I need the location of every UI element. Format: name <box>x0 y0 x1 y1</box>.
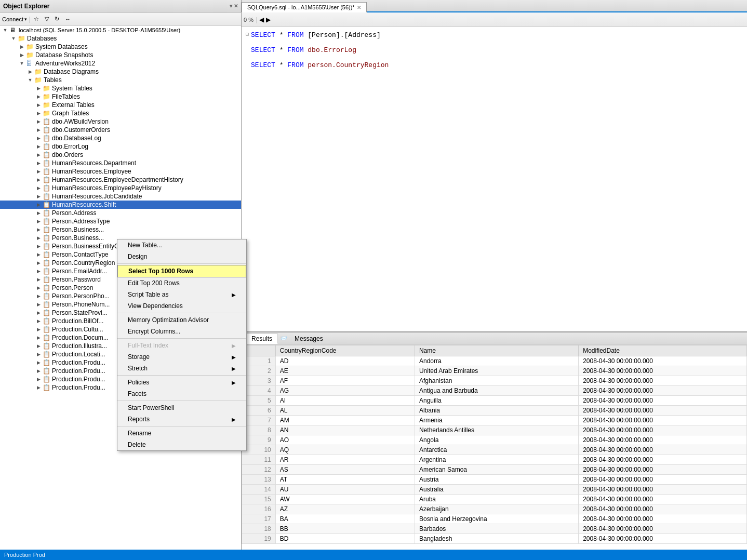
tree-node-server[interactable]: ▼ 🖥 localhost (SQL Server 15.0.2000.5 - … <box>0 26 241 34</box>
tree-node-dbo-customerorders[interactable]: ▶ 📋 dbo.CustomerOrders <box>0 126 241 134</box>
tree-node-dbo-orders[interactable]: ▶ 📋 dbo.Orders <box>0 151 241 159</box>
tree-node-diagrams[interactable]: ▶ 📁 Database Diagrams <box>0 68 241 76</box>
tree-node-databases[interactable]: ▼ 📁 Databases <box>0 34 241 43</box>
expander-external-tables[interactable]: ▶ <box>34 102 43 108</box>
sql-editor-area[interactable]: ⊟ SELECT * FROM [Person].[Address] ⊟ SEL… <box>242 27 747 331</box>
context-script-table[interactable]: Script Table as ▶ <box>117 289 246 300</box>
tree-node-hr-department[interactable]: ▶ 📋 HumanResources.Department <box>0 159 241 167</box>
expander-dbo-orders[interactable]: ▶ <box>34 152 43 157</box>
expander-person-pnum[interactable]: ▶ <box>34 302 43 307</box>
results-tab-messages[interactable]: Messages <box>289 334 328 343</box>
tree-node-hr-shift[interactable]: ▶ 📋 HumanResources.Shift <box>0 201 241 209</box>
filter-button[interactable]: ▽ <box>43 15 51 23</box>
new-query-button[interactable]: ☆ <box>32 15 41 23</box>
context-new-table[interactable]: New Table... <box>117 239 246 251</box>
tree-node-system-tables[interactable]: ▶ 📁 System Tables <box>0 84 241 92</box>
context-policies[interactable]: Policies ▶ <box>117 377 246 388</box>
expander-prod-p3[interactable]: ▶ <box>34 377 43 382</box>
context-storage[interactable]: Storage ▶ <box>117 351 246 363</box>
expander-hr-dept[interactable]: ▶ <box>34 161 43 166</box>
expander-graph-tables[interactable]: ▶ <box>34 111 43 116</box>
expander-filetables[interactable]: ▶ <box>34 94 43 99</box>
expander-person-ct[interactable]: ▶ <box>34 252 43 257</box>
tree-node-person-address[interactable]: ▶ 📋 Person.Address <box>0 209 241 217</box>
expander-person-pphone[interactable]: ▶ <box>34 294 43 299</box>
expander-person-bec[interactable]: ▶ <box>34 244 43 249</box>
toolbar-arrow-left[interactable]: ◀ <box>259 16 264 23</box>
expander-prod-p4[interactable]: ▶ <box>34 385 43 390</box>
context-stretch[interactable]: Stretch ▶ <box>117 363 246 374</box>
refresh-button[interactable]: ↻ <box>52 15 61 23</box>
expander-databases[interactable]: ▼ <box>9 36 18 41</box>
expander-person-email[interactable]: ▶ <box>34 269 43 274</box>
expander-tables[interactable]: ▼ <box>26 77 34 83</box>
results-area[interactable]: CountryRegionCode Name ModifiedDate 1 AD… <box>242 345 747 550</box>
context-edit-top[interactable]: Edit Top 200 Rows <box>117 277 246 289</box>
results-tab-results[interactable]: Results <box>246 334 278 344</box>
tree-node-person-be[interactable]: ▶ 📋 Person.Business... <box>0 225 241 234</box>
context-memory-opt[interactable]: Memory Optimization Advisor <box>117 314 246 326</box>
expander-prod-cult[interactable]: ▶ <box>34 327 43 332</box>
context-start-ps[interactable]: Start PowerShell <box>117 402 246 414</box>
expander-person-person[interactable]: ▶ <box>34 285 43 290</box>
tree-node-system-dbs[interactable]: ▶ 📁 System Databases <box>0 43 241 51</box>
expander-dbo-awbuild[interactable]: ▶ <box>34 119 43 124</box>
context-design[interactable]: Design <box>117 251 246 262</box>
context-reports[interactable]: Reports ▶ <box>117 414 246 425</box>
tree-node-hr-emppayhist[interactable]: ▶ 📋 HumanResources.EmployeePayHistory <box>0 184 241 192</box>
context-view-deps[interactable]: View Dependencies <box>117 300 246 312</box>
expander-dbo-databaselog[interactable]: ▶ <box>34 136 43 141</box>
tree-node-hr-jobcandidate[interactable]: ▶ 📋 HumanResources.JobCandidate <box>0 192 241 201</box>
expander-system-tables[interactable]: ▶ <box>34 86 43 91</box>
expander-dbo-customerorders[interactable]: ▶ <box>34 127 43 132</box>
expander-prod-ill[interactable]: ▶ <box>34 343 43 349</box>
tree-node-person-addresstype[interactable]: ▶ 📋 Person.AddressType <box>0 217 241 225</box>
connect-button[interactable]: Connect ▾ <box>2 16 27 22</box>
expander-prod-p1[interactable]: ▶ <box>34 360 43 365</box>
expander-prod-bo[interactable]: ▶ <box>34 318 43 324</box>
expander-server[interactable]: ▼ <box>1 28 9 33</box>
expander-prod-doc[interactable]: ▶ <box>34 335 43 340</box>
tree-node-graph-tables[interactable]: ▶ 📁 Graph Tables <box>0 109 241 117</box>
context-delete[interactable]: Delete <box>117 439 246 450</box>
expander-hr-edh[interactable]: ▶ <box>34 177 43 182</box>
tree-node-hr-empdepthist[interactable]: ▶ 📋 HumanResources.EmployeeDepartmentHis… <box>0 176 241 184</box>
tree-node-adventureworks[interactable]: ▼ 🗄 AdventureWorks2012 <box>0 59 241 68</box>
tree-node-dbo-awbuild[interactable]: ▶ 📋 dbo.AWBuildVersion <box>0 117 241 126</box>
expander-person-sp[interactable]: ▶ <box>34 310 43 315</box>
row-date-cell: 2008-04-30 00:00:00.000 <box>579 485 747 495</box>
tree-node-external-tables[interactable]: ▶ 📁 External Tables <box>0 101 241 109</box>
panel-pin-controls[interactable]: ▾ ✕ <box>230 3 238 9</box>
tree-node-tables[interactable]: ▼ 📁 Tables <box>0 76 241 84</box>
context-select-top[interactable]: Select Top 1000 Rows <box>117 265 246 277</box>
expander-dbo-errorlog[interactable]: ▶ <box>34 144 43 149</box>
expander-person-be[interactable]: ▶ <box>34 227 43 232</box>
expander-prod-loc[interactable]: ▶ <box>34 352 43 357</box>
expander-adventureworks[interactable]: ▼ <box>18 61 26 66</box>
tree-node-dbo-databaselog[interactable]: ▶ 📋 dbo.DatabaseLog <box>0 134 241 142</box>
tree-node-filetables[interactable]: ▶ 📁 FileTables <box>0 92 241 101</box>
context-rename[interactable]: Rename <box>117 428 246 439</box>
expander-hr-shift[interactable]: ▶ <box>34 202 43 207</box>
context-encrypt-cols[interactable]: Encrypt Columns... <box>117 326 246 337</box>
expander-person-pwd[interactable]: ▶ <box>34 277 43 282</box>
tree-node-hr-employee[interactable]: ▶ 📋 HumanResources.Employee <box>0 167 241 176</box>
expander-hr-eph[interactable]: ▶ <box>34 185 43 191</box>
expander-system-dbs[interactable]: ▶ <box>18 44 26 49</box>
expander-snapshots[interactable]: ▶ <box>18 52 26 58</box>
collapse-button[interactable]: ↔ <box>63 15 73 23</box>
toolbar-arrow-right[interactable]: ▶ <box>266 16 271 23</box>
expander-person-be2[interactable]: ▶ <box>34 235 43 241</box>
expander-person-addr[interactable]: ▶ <box>34 210 43 216</box>
expander-person-addrtype[interactable]: ▶ <box>34 219 43 224</box>
context-facets[interactable]: Facets <box>117 388 246 399</box>
sql-query-tab[interactable]: SQLQuery6.sql - lo...A1M5655\User (56))*… <box>242 2 367 12</box>
tab-close-button[interactable]: ✕ <box>357 5 361 10</box>
expander-person-cr[interactable]: ▶ <box>34 260 43 265</box>
tree-node-dbo-errorlog[interactable]: ▶ 📋 dbo.ErrorLog <box>0 142 241 151</box>
tree-node-snapshots[interactable]: ▶ 📁 Database Snapshots <box>0 51 241 59</box>
expander-diagrams[interactable]: ▶ <box>26 69 34 74</box>
expander-prod-p2[interactable]: ▶ <box>34 368 43 374</box>
expander-hr-jc[interactable]: ▶ <box>34 194 43 199</box>
expander-hr-emp[interactable]: ▶ <box>34 169 43 174</box>
